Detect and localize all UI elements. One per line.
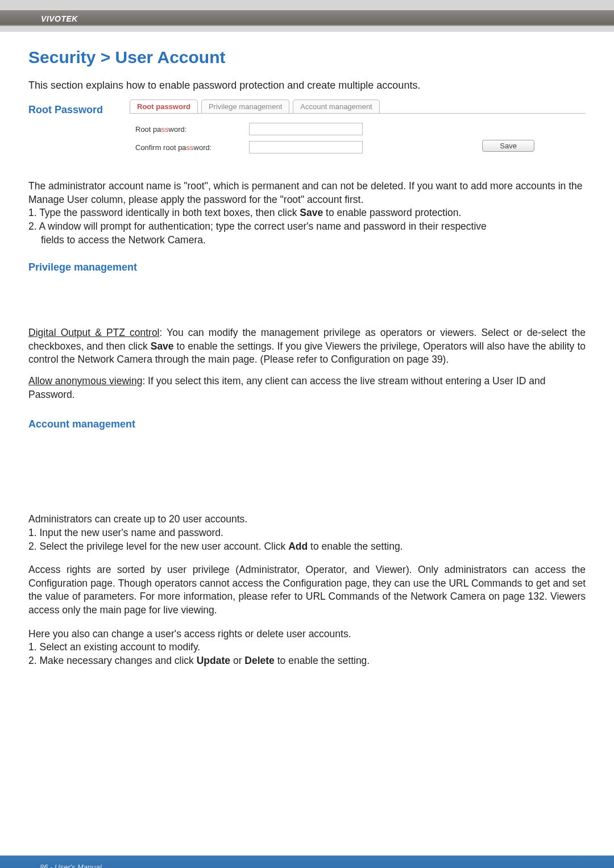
admin-line1: The administrator account name is "root"…	[28, 180, 586, 206]
account-heading: Account management	[28, 418, 586, 430]
priv-para2: Allow anonymous viewing: If you select t…	[28, 375, 586, 401]
root-password-field-row: Root password:	[135, 123, 580, 135]
text-part: 1. Type the password identically in both…	[28, 207, 300, 218]
footer-text: 86 - User's Manual	[40, 863, 102, 869]
panel-body: Root password: Confirm root password: Sa…	[130, 113, 586, 169]
root-password-input[interactable]	[249, 123, 363, 135]
root-password-field-label: Root password:	[135, 125, 249, 134]
allow-anonymous-link: Allow anonymous viewing	[28, 375, 142, 387]
admin-paragraph: The administrator account name is "root"…	[28, 180, 586, 247]
header-bar: VIVOTEK	[0, 10, 614, 26]
label-highlight: ss	[161, 125, 169, 134]
digital-output-link: Digital Output & PTZ control	[28, 327, 160, 338]
save-bold: Save	[300, 207, 323, 218]
tab-account-management[interactable]: Account management	[293, 99, 379, 113]
text-part: 2. Select the privilege level for the ne…	[28, 541, 288, 552]
header-underline	[0, 26, 614, 32]
delete-bold: Delete	[244, 655, 275, 666]
acct-p3: Here you also can change a user's access…	[28, 628, 586, 641]
admin-step1: 1. Type the password identically in both…	[28, 206, 586, 220]
tab-privilege-management[interactable]: Privilege management	[201, 99, 289, 113]
root-password-label: Root Password	[28, 99, 124, 116]
footer-bar: 86 - User's Manual	[0, 855, 614, 868]
save-button-wrap: Save	[482, 140, 534, 152]
acct-s1: 1. Input the new user's name and passwor…	[28, 526, 586, 540]
label-part: word:	[169, 125, 187, 134]
confirm-password-input[interactable]	[249, 141, 363, 153]
image-placeholder-priv	[28, 273, 586, 316]
page-container: VIVOTEK Security > User Account This sec…	[0, 10, 614, 868]
label-part: Confirm root pa	[135, 143, 186, 152]
root-password-row: Root Password Root password Privilege ma…	[28, 99, 586, 169]
update-bold: Update	[197, 655, 230, 666]
text-part: to enable password protection.	[323, 207, 461, 218]
admin-step2a: 2. A window will prompt for authenticati…	[28, 220, 586, 234]
acct-p1: Administrators can create up to 20 user …	[28, 513, 586, 526]
acct-p2: Access rights are sorted by user privile…	[28, 563, 586, 617]
privilege-heading: Privilege management	[28, 261, 586, 273]
tab-row: Root password Privilege management Accou…	[130, 99, 586, 113]
priv-para1: Digital Output & PTZ control: You can mo…	[28, 326, 586, 367]
acct-s4: 2. Make necessary changes and click Upda…	[28, 654, 586, 668]
acct-s3: 1. Select an existing account to modify.	[28, 641, 586, 654]
image-placeholder-acct	[28, 430, 586, 513]
brand-text: VIVOTEK	[41, 14, 78, 25]
save-button[interactable]: Save	[482, 140, 534, 152]
content-area: Security > User Account This section exp…	[0, 32, 614, 668]
intro-text: This section explains how to enable pass…	[28, 80, 586, 92]
text-part: or	[230, 655, 244, 666]
label-highlight: ss	[186, 143, 194, 152]
acct-s2: 2. Select the privilege level for the ne…	[28, 540, 586, 554]
label-part: word:	[194, 143, 212, 152]
admin-step2b: fields to access the Network Camera.	[28, 234, 586, 247]
confirm-password-field-label: Confirm root password:	[135, 143, 249, 152]
label-part: Root pa	[135, 125, 161, 134]
page-title: Security > User Account	[28, 48, 586, 67]
top-margin	[0, 0, 614, 10]
text-part: to enable the setting.	[275, 655, 370, 666]
save-bold2: Save	[151, 340, 174, 352]
text-part: to enable the setting.	[308, 541, 403, 552]
tab-root-password[interactable]: Root password	[130, 99, 198, 113]
text-part: 2. Make necessary changes and click	[28, 655, 197, 666]
tab-panel: Root password Privilege management Accou…	[124, 99, 586, 169]
add-bold: Add	[288, 541, 308, 552]
